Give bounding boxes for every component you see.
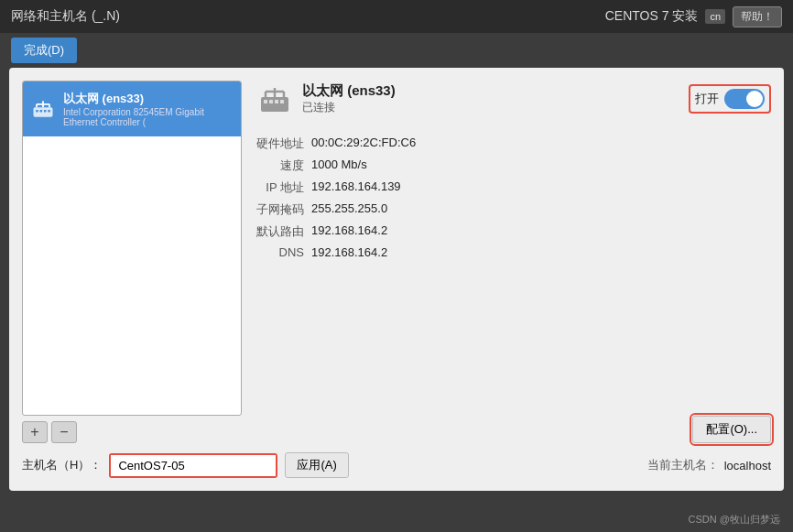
toggle-container[interactable]: 打开 [689, 84, 771, 114]
ip-label: IP 地址 [256, 179, 304, 196]
lang-badge: cn [705, 9, 725, 24]
speed-value: 1000 Mb/s [311, 157, 771, 174]
header-right: CENTOS 7 安装 cn 帮助！ [605, 6, 782, 27]
network-detail-panel: 以太网 (ens33) 已连接 打开 硬件地址 00:0C:29:2C:FD:C… [256, 81, 771, 443]
apply-button[interactable]: 应用(A) [285, 452, 348, 478]
detail-ethernet-icon [256, 81, 293, 117]
network-item-desc: Intel Corporation 82545EM Gigabit Ethern… [63, 107, 234, 127]
hostname-input-wrap [109, 453, 277, 478]
toggle-label: 打开 [695, 91, 719, 107]
hostname-label: 主机名（H）： [22, 457, 102, 473]
hostname-input[interactable] [111, 455, 276, 476]
current-hostname-value: localhost [724, 459, 771, 472]
hardware-label: 硬件地址 [256, 136, 304, 152]
header-bar: 网络和主机名 (_.N) CENTOS 7 安装 cn 帮助！ [0, 0, 793, 33]
help-button[interactable]: 帮助！ [733, 6, 782, 27]
top-section: 以太网 (ens33) Intel Corporation 82545EM Gi… [22, 81, 771, 443]
hostname-row: 主机名（H）： 应用(A) [22, 452, 349, 478]
svg-rect-2 [40, 110, 43, 113]
network-item-text: 以太网 (ens33) Intel Corporation 82545EM Gi… [63, 91, 234, 127]
centos-title: CENTOS 7 安装 [605, 8, 699, 25]
main-content: 以太网 (ens33) Intel Corporation 82545EM Gi… [9, 68, 784, 491]
gateway-value: 192.168.164.2 [311, 223, 771, 240]
done-button[interactable]: 完成(D) [11, 38, 77, 63]
current-hostname-label: 当前主机名： [647, 457, 719, 473]
svg-rect-11 [269, 100, 273, 103]
svg-rect-1 [36, 110, 38, 113]
add-network-button[interactable]: + [22, 421, 48, 443]
ethernet-icon [30, 94, 56, 124]
detail-name: 以太网 (ens33) [302, 82, 396, 100]
svg-rect-13 [280, 100, 284, 103]
svg-rect-12 [275, 100, 278, 103]
detail-header: 以太网 (ens33) 已连接 打开 [256, 81, 771, 117]
network-item-ens33[interactable]: 以太网 (ens33) Intel Corporation 82545EM Gi… [23, 81, 241, 136]
network-list: 以太网 (ens33) Intel Corporation 82545EM Gi… [22, 81, 242, 416]
dns-label: DNS [256, 245, 304, 259]
svg-rect-4 [48, 110, 50, 113]
ip-value: 192.168.164.139 [311, 179, 771, 196]
page-title: 网络和主机名 (_.N) [11, 8, 120, 25]
detail-status: 已连接 [302, 100, 396, 115]
subnet-label: 子网掩码 [256, 201, 304, 218]
watermark: CSDN @牧山归梦远 [689, 513, 780, 527]
network-list-panel: 以太网 (ens33) Intel Corporation 82545EM Gi… [22, 81, 242, 443]
gateway-label: 默认路由 [256, 223, 304, 240]
toggle-switch[interactable] [724, 89, 765, 109]
current-hostname: 当前主机名： localhost [647, 457, 771, 473]
detail-title-row: 以太网 (ens33) 已连接 [256, 81, 396, 117]
subnet-value: 255.255.255.0 [311, 201, 771, 218]
hardware-value: 00:0C:29:2C:FD:C6 [311, 136, 771, 152]
configure-button[interactable]: 配置(O)... [692, 416, 771, 443]
network-item-name: 以太网 (ens33) [63, 91, 234, 107]
toggle-knob [746, 91, 763, 107]
bottom-section: 主机名（H）： 应用(A) 当前主机名： localhost [22, 452, 771, 478]
detail-info-table: 硬件地址 00:0C:29:2C:FD:C6 速度 1000 Mb/s IP 地… [256, 136, 771, 259]
done-bar: 完成(D) [0, 33, 793, 68]
svg-rect-9 [261, 97, 288, 112]
dns-value: 192.168.164.2 [311, 245, 771, 259]
svg-rect-10 [264, 100, 267, 103]
remove-network-button[interactable]: − [51, 421, 77, 443]
speed-label: 速度 [256, 157, 304, 174]
svg-rect-3 [44, 110, 47, 113]
network-list-footer: + − [22, 421, 242, 443]
detail-title-text: 以太网 (ens33) 已连接 [302, 82, 396, 115]
